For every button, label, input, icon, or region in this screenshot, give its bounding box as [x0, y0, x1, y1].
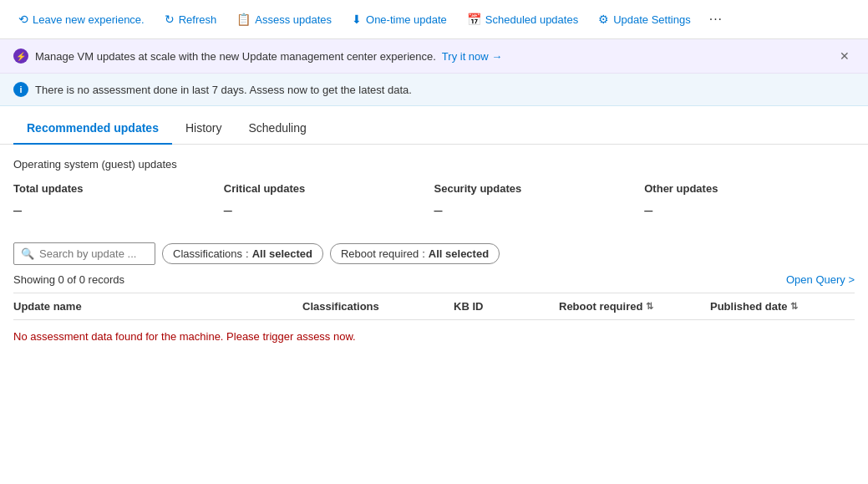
th-reboot-required[interactable]: Reboot required ⇅ [552, 300, 703, 313]
scheduled-updates-button[interactable]: 📅 Scheduled updates [459, 8, 586, 31]
info-icon: i [13, 82, 28, 97]
published-sort-icon: ⇅ [790, 301, 798, 312]
banner-content: ⚡ Manage VM updates at scale with the ne… [13, 48, 502, 64]
table-empty-message: No assessment data found for the machine… [13, 320, 855, 353]
th-published-date[interactable]: Published date ⇅ [703, 300, 855, 313]
th-classifications: Classifications [296, 300, 447, 313]
stats-grid: Total updates – Critical updates – Secur… [13, 182, 855, 226]
open-query-link[interactable]: Open Query > [786, 273, 855, 286]
banner-close-button[interactable]: ✕ [835, 48, 855, 64]
records-row: Showing 0 of 0 records Open Query > [13, 273, 855, 286]
tab-history[interactable]: History [172, 113, 236, 145]
update-settings-button[interactable]: ⚙ Update Settings [590, 8, 699, 31]
records-count: Showing 0 of 0 records [13, 273, 124, 286]
reboot-sort-icon: ⇅ [646, 301, 653, 312]
calendar-icon: 📅 [467, 13, 481, 26]
manage-vm-banner: ⚡ Manage VM updates at scale with the ne… [0, 39, 868, 74]
table-header: Update name Classifications KB ID Reboot… [13, 293, 855, 320]
stat-total-updates: Total updates – [13, 182, 224, 226]
stat-other-updates: Other updates – [644, 182, 855, 226]
tab-scheduling[interactable]: Scheduling [236, 113, 320, 145]
info-text: There is no assessment done in last 7 da… [35, 84, 412, 96]
search-icon: 🔍 [21, 247, 34, 260]
classifications-filter[interactable]: Classifications : All selected [162, 243, 323, 264]
tab-recommended-updates[interactable]: Recommended updates [13, 113, 172, 145]
vm-icon: ⚡ [13, 48, 28, 64]
main-content: Operating system (guest) updates Total u… [0, 145, 868, 366]
table-container: Update name Classifications KB ID Reboot… [13, 293, 855, 353]
assess-icon: 📋 [236, 13, 251, 26]
toolbar: ⟲ Leave new experience. ↻ Refresh 📋 Asse… [0, 0, 868, 39]
filter-row: 🔍 Classifications : All selected Reboot … [13, 242, 855, 265]
stat-critical-updates: Critical updates – [224, 182, 434, 226]
leave-experience-button[interactable]: ⟲ Leave new experience. [10, 8, 153, 31]
leave-icon: ⟲ [18, 13, 28, 26]
try-now-link[interactable]: Try it now → [442, 50, 502, 63]
search-box[interactable]: 🔍 [13, 242, 155, 265]
refresh-icon: ↻ [165, 13, 175, 26]
more-options-button[interactable]: ··· [703, 7, 729, 32]
tabs-container: Recommended updates History Scheduling [0, 113, 868, 145]
th-update-name: Update name [13, 300, 296, 313]
stat-security-updates: Security updates – [434, 182, 645, 226]
search-input[interactable] [39, 247, 140, 260]
assessment-info-banner: i There is no assessment done in last 7 … [0, 74, 868, 106]
banner-text: Manage VM updates at scale with the new … [35, 50, 502, 63]
settings-icon: ⚙ [598, 13, 609, 26]
onetime-update-button[interactable]: ⬇ One-time update [343, 8, 455, 31]
refresh-button[interactable]: ↻ Refresh [156, 8, 226, 31]
download-icon: ⬇ [352, 13, 362, 26]
reboot-required-filter[interactable]: Reboot required : All selected [330, 243, 500, 264]
section-title: Operating system (guest) updates [13, 158, 855, 171]
assess-updates-button[interactable]: 📋 Assess updates [228, 8, 340, 31]
th-kb-id: KB ID [447, 300, 552, 313]
